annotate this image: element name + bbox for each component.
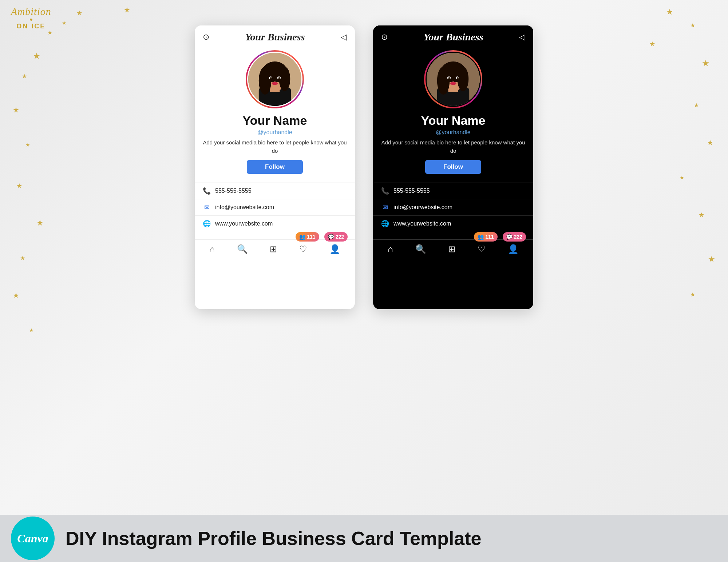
- home-nav-icon[interactable]: ⌂: [209, 244, 215, 254]
- card-dark-phone: 555-555-5555: [393, 188, 430, 194]
- card-dark-website: www.yourwebsite.com: [393, 220, 451, 227]
- svg-point-20: [458, 67, 469, 91]
- card-dark-nav: ⌂ 🔍 ⊞ ♡ 👤: [373, 239, 533, 259]
- star-decoration: ★: [33, 51, 41, 61]
- heart-nav-icon-dark[interactable]: ♡: [478, 244, 486, 254]
- followers-icon-light: 👥: [299, 234, 305, 240]
- star-decoration: ★: [20, 255, 25, 262]
- card-light-name: Your Name: [243, 113, 307, 128]
- star-decoration: ★: [702, 58, 710, 68]
- contact-email-row-dark: ✉ info@yourwebsite.com: [373, 199, 533, 216]
- card-light-email: info@yourwebsite.com: [215, 204, 274, 211]
- messages-icon-dark: 💬: [506, 234, 513, 240]
- star-decoration: ★: [699, 211, 704, 219]
- card-dark-profile: Your Name @yourhandle Add your social me…: [373, 47, 533, 183]
- star-decoration: ★: [13, 291, 19, 300]
- card-dark-follow-button[interactable]: Follow: [425, 160, 481, 174]
- card-dark-contact: 📞 555-555-5555 ✉ info@yourwebsite.com 🌐 …: [373, 183, 533, 232]
- star-decoration: ★: [22, 73, 27, 80]
- card-light-bio: Add your social media bio here to let pe…: [202, 139, 348, 155]
- svg-point-25: [450, 82, 456, 85]
- star-decoration: ★: [16, 182, 22, 190]
- svg-point-24: [457, 77, 459, 79]
- star-decoration: ★: [690, 291, 695, 298]
- svg-point-12: [272, 82, 278, 85]
- followers-badge-dark: 👥 111: [474, 232, 497, 242]
- svg-point-11: [278, 77, 281, 79]
- star-decoration: ★: [25, 142, 30, 148]
- logo-onice-text: ON ICE: [11, 23, 51, 30]
- logo-ambition-text: Ambition: [11, 7, 51, 17]
- svg-point-19: [437, 67, 450, 95]
- star-decoration: ★: [13, 105, 19, 114]
- card-light-website: www.yourwebsite.com: [215, 220, 273, 227]
- star-decoration: ★: [649, 40, 655, 48]
- profile-nav-icon-dark[interactable]: 👤: [508, 244, 519, 254]
- banner-title: DIY Instagram Profile Business Card Temp…: [66, 527, 481, 549]
- card-light-header: ⊙ Your Business ◁: [195, 25, 355, 47]
- camera-icon-dark: ⊙: [381, 32, 388, 42]
- phone-icon-dark: 📞: [381, 187, 389, 195]
- avatar-ring-dark: [424, 50, 482, 108]
- send-icon-dark: ◁: [519, 32, 525, 42]
- card-light: ⊙ Your Business ◁: [195, 25, 355, 309]
- star-decoration: ★: [36, 218, 44, 228]
- send-icon: ◁: [341, 32, 347, 42]
- contact-website-row-dark: 🌐 www.yourwebsite.com: [373, 216, 533, 232]
- star-decoration: ★: [29, 327, 34, 333]
- star-decoration: ★: [694, 102, 699, 109]
- avatar-light: [247, 52, 302, 107]
- svg-point-7: [279, 67, 290, 91]
- contact-email-row: ✉ info@yourwebsite.com: [195, 199, 355, 216]
- card-light-notifications: 👥 111 💬 222: [195, 232, 355, 242]
- logo-heart-icon: ♥: [11, 17, 51, 23]
- avatar-dark: [426, 52, 481, 107]
- canva-label: Canva: [17, 532, 48, 545]
- star-decoration: ★: [708, 255, 715, 264]
- canva-badge: Canva: [11, 517, 55, 560]
- search-nav-icon[interactable]: 🔍: [237, 244, 248, 254]
- email-icon: ✉: [203, 203, 211, 211]
- card-dark: ⊙ Your Business ◁: [373, 25, 533, 309]
- card-light-follow-button[interactable]: Follow: [247, 160, 303, 174]
- messages-badge-dark: 💬 222: [503, 232, 526, 242]
- camera-icon: ⊙: [203, 32, 209, 42]
- web-icon-dark: 🌐: [381, 220, 389, 228]
- card-dark-notifications: 👥 111 💬 222: [373, 232, 533, 242]
- contact-phone-row: 📞 555-555-5555: [195, 183, 355, 199]
- avatar-ring-light: [246, 50, 304, 108]
- followers-count-dark: 111: [485, 234, 494, 240]
- add-nav-icon[interactable]: ⊞: [270, 244, 277, 254]
- card-dark-bio: Add your social media bio here to let pe…: [380, 139, 526, 155]
- star-decoration: ★: [690, 22, 695, 29]
- card-dark-handle: @yourhandle: [436, 129, 470, 136]
- email-icon-dark: ✉: [381, 203, 389, 211]
- heart-nav-icon[interactable]: ♡: [299, 244, 307, 254]
- card-light-title: Your Business: [209, 31, 341, 43]
- followers-badge-light: 👥 111: [296, 232, 319, 242]
- messages-count-dark: 222: [514, 234, 522, 240]
- svg-point-10: [270, 77, 272, 79]
- card-light-handle: @yourhandle: [257, 129, 292, 136]
- messages-count-light: 222: [336, 234, 344, 240]
- card-dark-email: info@yourwebsite.com: [393, 204, 452, 211]
- bottom-banner: Canva DIY Instagram Profile Business Car…: [0, 515, 728, 562]
- card-light-profile: Your Name @yourhandle Add your social me…: [195, 47, 355, 183]
- messages-badge-light: 💬 222: [324, 232, 348, 242]
- star-decoration: ★: [76, 9, 82, 17]
- star-decoration: ★: [666, 7, 673, 17]
- star-decoration: ★: [680, 175, 684, 180]
- contact-phone-row-dark: 📞 555-555-5555: [373, 183, 533, 199]
- card-light-nav: ⌂ 🔍 ⊞ ♡ 👤: [195, 239, 355, 259]
- messages-icon-light: 💬: [328, 234, 334, 240]
- home-nav-icon-dark[interactable]: ⌂: [388, 244, 393, 254]
- profile-nav-icon[interactable]: 👤: [329, 244, 340, 254]
- star-decoration: ★: [62, 20, 67, 26]
- card-dark-title: Your Business: [388, 31, 519, 43]
- followers-count-light: 111: [307, 234, 315, 240]
- add-nav-icon-dark[interactable]: ⊞: [448, 244, 455, 254]
- web-icon: 🌐: [203, 220, 211, 228]
- star-decoration: ★: [124, 5, 130, 14]
- brand-logo: Ambition ♥ ON ICE: [11, 7, 51, 30]
- search-nav-icon-dark[interactable]: 🔍: [415, 244, 426, 254]
